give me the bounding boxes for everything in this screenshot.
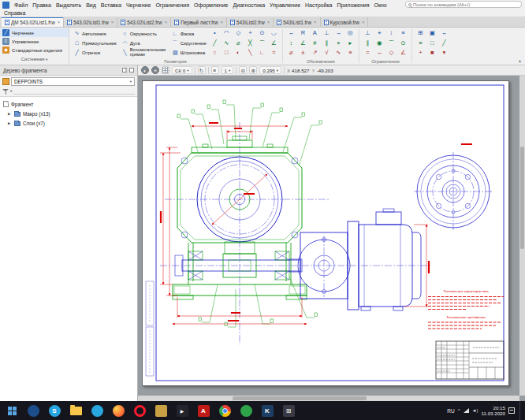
refresh-icon[interactable]: ↻ <box>198 66 206 74</box>
more-tools-icon[interactable]: ▾ <box>438 48 450 58</box>
scrollbar-thumb[interactable] <box>520 147 524 249</box>
linear-dimension-icon[interactable]: ↔ <box>285 28 297 38</box>
fillet-icon[interactable]: ◡ <box>268 28 280 38</box>
menu-constraints[interactable]: Ограничения <box>153 2 192 8</box>
coincident-constraint-icon[interactable]: ⊙ <box>397 39 409 48</box>
show-desktop-button[interactable] <box>519 401 522 420</box>
document-tab[interactable]: Курсовой.frw × <box>321 17 369 27</box>
tab-close-icon[interactable]: × <box>362 20 365 24</box>
diameter-icon[interactable]: ⌀ <box>233 39 244 48</box>
vertical-constraint-icon[interactable]: ↕ <box>385 28 397 38</box>
start-button[interactable] <box>2 401 22 420</box>
folder-taskbar-icon[interactable] <box>151 401 171 420</box>
menu-management[interactable]: Управление <box>267 2 303 8</box>
acrobat-taskbar-icon[interactable] <box>193 401 214 420</box>
circle-tool-button[interactable]: ○Окружность <box>119 31 169 36</box>
command-search-input[interactable] <box>413 2 519 7</box>
menu-insert[interactable]: Вставка <box>99 2 124 8</box>
rectangle-tool-button[interactable]: □Прямоугольник <box>71 40 119 46</box>
angle-constraint-icon[interactable]: ∠ <box>397 48 409 58</box>
wave-line-icon[interactable]: ∿ <box>333 48 344 58</box>
table-icon[interactable]: # <box>309 39 321 48</box>
media-player-taskbar-icon[interactable] <box>172 401 192 420</box>
section-view-icon[interactable]: ◎ <box>344 28 356 38</box>
datum-icon[interactable]: ⊥ <box>321 28 333 38</box>
tab-close-icon[interactable]: × <box>221 20 224 24</box>
parallel-mark-icon[interactable]: ∥ <box>321 39 333 48</box>
menu-view[interactable]: Вид <box>84 2 99 8</box>
marker-icon[interactable]: ▸ <box>344 39 356 48</box>
document-tab[interactable]: 543.02\List1.frw × <box>64 17 117 27</box>
document-tab[interactable]: 543\List1.frw × <box>274 17 320 27</box>
rectangle-icon[interactable]: □ <box>221 48 233 58</box>
rail-tab-drawing[interactable]: ╱ Черчение <box>0 28 69 37</box>
green-app-taskbar-icon[interactable] <box>236 401 256 420</box>
arc-tool-button[interactable]: ◠Дуга <box>119 40 169 46</box>
chamfer-tool-button[interactable]: ∟Фаска <box>169 31 209 36</box>
opera-taskbar-icon[interactable] <box>129 401 150 420</box>
horizontal-scrollbar[interactable] <box>138 396 519 401</box>
perpendicular-constraint-icon[interactable]: ⊥ <box>362 28 374 38</box>
collinear-constraint-icon[interactable]: ≡ <box>397 28 409 38</box>
arc-icon[interactable]: ◠ <box>221 28 233 38</box>
document-tab[interactable]: 543.02\List2.frw × <box>117 17 171 27</box>
kompas-taskbar-icon[interactable] <box>257 401 277 420</box>
tree-root-fragment[interactable]: Фрагмент <box>0 99 137 109</box>
ruler-icon[interactable]: ↔ <box>438 28 450 38</box>
cross-icon[interactable]: + <box>244 28 256 38</box>
layers-panel-icon[interactable]: ≡ <box>415 39 426 48</box>
fillet-tool-button[interactable]: ⌒Скругление <box>169 39 209 47</box>
polygon-icon[interactable]: ◇ <box>233 28 244 38</box>
vertical-scrollbar[interactable] <box>519 76 525 396</box>
volume-icon[interactable]: ◄ <box>472 408 478 413</box>
auxiliary-line-tool-button[interactable]: ╲Вспомогательная прямая <box>119 48 169 57</box>
menu-drawing[interactable]: Черчение <box>124 2 154 8</box>
target-icon[interactable]: ⌖ <box>151 66 159 74</box>
segment-icon[interactable]: ╱ <box>209 39 221 48</box>
menu-file[interactable]: Файл <box>12 2 30 8</box>
rail-tab-management[interactable]: ≡ Управление <box>0 37 69 46</box>
fill-icon[interactable]: ■ <box>426 48 438 58</box>
edge-taskbar-icon[interactable] <box>23 401 43 420</box>
intersection-icon[interactable]: ╳ <box>244 39 256 48</box>
expander-icon[interactable]: ▶ <box>8 112 12 116</box>
concentric-constraint-icon[interactable]: ◉ <box>374 39 385 48</box>
rail-tab-standard-parts[interactable]: ◆ Стандартные изделия <box>0 46 69 54</box>
tab-close-icon[interactable]: × <box>111 20 114 24</box>
zoom-level-selector[interactable]: 0.295 ▾ <box>259 66 281 74</box>
roughness-icon[interactable]: √ <box>321 48 333 58</box>
tab-close-icon[interactable]: × <box>58 20 61 24</box>
taskbar-clock[interactable]: 20:15 11.03.2020 <box>481 405 505 416</box>
insert-fragment-icon[interactable]: ▣ <box>426 28 438 38</box>
text-icon[interactable]: A <box>309 28 321 38</box>
hatch-mark-icon[interactable]: ≡ <box>344 48 356 58</box>
grid-display-icon[interactable]: ⊞ <box>415 28 426 38</box>
filter-icon[interactable] <box>2 88 9 95</box>
tree-node-layers[interactable]: ▶ Слои (х7) <box>0 118 137 128</box>
menu-layout[interactable]: Оформление <box>192 2 230 8</box>
tab-close-icon[interactable]: × <box>267 20 270 24</box>
menu-help[interactable]: Справка <box>2 10 28 16</box>
parallel-constraint-icon[interactable]: ∥ <box>362 39 374 48</box>
chrome-taskbar-icon[interactable] <box>214 401 235 420</box>
auxiliary-line-icon[interactable]: ╲ <box>244 48 256 58</box>
menu-window[interactable]: Окно <box>371 2 389 8</box>
angle-icon[interactable]: ∠ <box>268 39 280 48</box>
current-layer-selector[interactable]: 1 ▾ <box>222 66 234 74</box>
circle-icon[interactable]: ○ <box>209 48 221 58</box>
panel-options-icon[interactable] <box>129 68 134 72</box>
apps-taskbar-icon[interactable] <box>278 401 299 420</box>
tangent-constraint-icon[interactable]: ⌒ <box>385 39 397 48</box>
circle-by-point-icon[interactable]: ⊙ <box>256 28 268 38</box>
expander-icon[interactable]: ▶ <box>8 121 12 125</box>
ribbon-collapse-icon[interactable]: ▴ <box>515 58 525 65</box>
browser-taskbar-icon[interactable] <box>87 401 107 420</box>
arrow-icon[interactable]: → <box>333 28 344 38</box>
tree-search-input[interactable] <box>13 87 135 95</box>
symmetry-constraint-icon[interactable]: ◇ <box>385 48 397 58</box>
arc-by-points-icon[interactable]: ⌒ <box>256 39 268 48</box>
layer-state-icon[interactable] <box>2 78 9 85</box>
fix-constraint-icon[interactable]: ⌖ <box>374 28 385 38</box>
action-center-icon[interactable] <box>508 407 515 414</box>
half-circle-icon[interactable]: ◐ <box>233 48 244 58</box>
